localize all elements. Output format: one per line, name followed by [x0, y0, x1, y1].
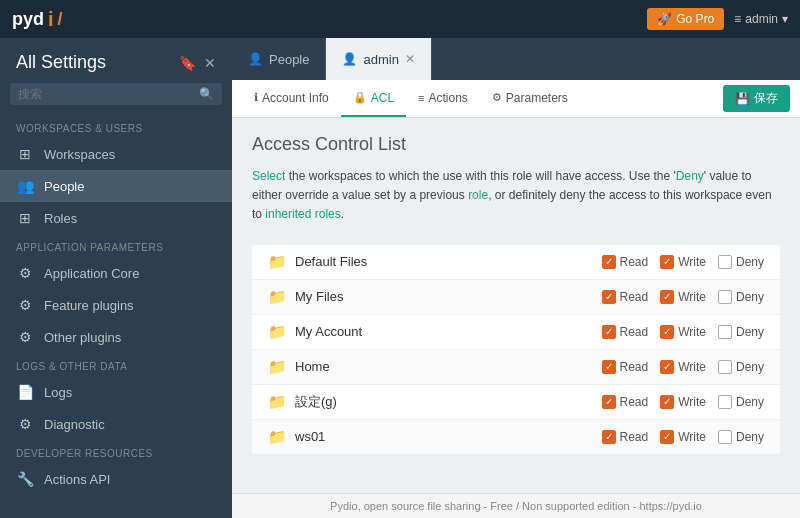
read-check-3[interactable]: Read — [602, 360, 649, 374]
acl-title: Access Control List — [252, 134, 780, 155]
acl-content: Access Control List Select the workspace… — [232, 118, 800, 493]
sidebar-title: All Settings 🔖 ✕ — [0, 38, 232, 83]
logo: pydi/ — [12, 8, 63, 31]
folder-icon: 📁 — [268, 323, 287, 341]
table-row: 📁 My Files Read Write Deny — [252, 280, 780, 315]
save-button[interactable]: 💾 保存 — [723, 85, 790, 112]
close-icon[interactable]: ✕ — [204, 55, 216, 71]
deny-check-1[interactable]: Deny — [718, 290, 764, 304]
info-icon: ℹ — [254, 91, 258, 104]
subtab-acl[interactable]: 🔒 ACL — [341, 80, 406, 117]
table-row: 📁 My Account Read Write Deny — [252, 315, 780, 350]
sidebar-item-roles[interactable]: ⊞ Roles — [0, 202, 232, 234]
sidebar-item-actions-api[interactable]: 🔧 Actions API — [0, 463, 232, 495]
logs-icon: 📄 — [16, 384, 34, 400]
bookmark-icon[interactable]: 🔖 — [179, 55, 196, 71]
people-tab-icon: 👤 — [248, 52, 263, 66]
deny-check-5[interactable]: Deny — [718, 430, 764, 444]
table-row: 📁 Home Read Write Deny — [252, 350, 780, 385]
roles-icon: ⊞ — [16, 210, 34, 226]
read-check-4[interactable]: Read — [602, 395, 649, 409]
main-content: 👤 People 👤 admin ✕ ℹ Account Info 🔒 ACL … — [232, 38, 800, 518]
sidebar-item-other-plugins[interactable]: ⚙ Other plugins — [0, 321, 232, 353]
folder-icon: 📁 — [268, 288, 287, 306]
read-check-5[interactable]: Read — [602, 430, 649, 444]
folder-icon: 📁 — [268, 393, 287, 411]
deny-check-4[interactable]: Deny — [718, 395, 764, 409]
menu-icon: ≡ — [734, 12, 741, 26]
grid-icon: ⊞ — [16, 146, 34, 162]
read-check-2[interactable]: Read — [602, 325, 649, 339]
table-row: 📁 設定(g) Read Write Deny — [252, 385, 780, 420]
read-check-0[interactable]: Read — [602, 255, 649, 269]
section-label-dev: DEVELOPER RESOURCES — [0, 440, 232, 463]
diagnostic-icon: ⚙ — [16, 416, 34, 432]
write-check-1[interactable]: Write — [660, 290, 706, 304]
write-check-4[interactable]: Write — [660, 395, 706, 409]
search-input[interactable] — [18, 87, 199, 101]
wrench-icon: 🔧 — [16, 471, 34, 487]
sidebar-item-diagnostic[interactable]: ⚙ Diagnostic — [0, 408, 232, 440]
save-icon: 💾 — [735, 92, 750, 106]
deny-check-0[interactable]: Deny — [718, 255, 764, 269]
subtab-actions[interactable]: ≡ Actions — [406, 80, 480, 117]
tabs-bar: 👤 People 👤 admin ✕ — [232, 38, 800, 80]
sidebar-item-workspaces[interactable]: ⊞ Workspaces — [0, 138, 232, 170]
tab-people[interactable]: 👤 People — [232, 38, 326, 80]
table-row: 📁 ws01 Read Write Deny — [252, 420, 780, 454]
deny-check-2[interactable]: Deny — [718, 325, 764, 339]
tab-close-icon[interactable]: ✕ — [405, 52, 415, 66]
section-label-app-params: APPLICATION PARAMETERS — [0, 234, 232, 257]
sidebar-item-feature-plugins[interactable]: ⚙ Feature plugins — [0, 289, 232, 321]
people-icon: 👥 — [16, 178, 34, 194]
folder-icon: 📁 — [268, 253, 287, 271]
tab-admin[interactable]: 👤 admin ✕ — [326, 38, 431, 80]
subtab-parameters[interactable]: ⚙ Parameters — [480, 80, 580, 117]
subtabs-bar: ℹ Account Info 🔒 ACL ≡ Actions ⚙ Paramet… — [232, 80, 800, 118]
layout: All Settings 🔖 ✕ 🔍 WORKSPACES & USERS ⊞ … — [0, 38, 800, 518]
table-row: 📁 Default Files Read Write Deny — [252, 245, 780, 280]
lock-icon: 🔒 — [353, 91, 367, 104]
folder-icon: 📁 — [268, 428, 287, 446]
write-check-3[interactable]: Write — [660, 360, 706, 374]
acl-description: Select the workspaces to which the use w… — [252, 167, 780, 225]
write-check-2[interactable]: Write — [660, 325, 706, 339]
read-check-1[interactable]: Read — [602, 290, 649, 304]
section-label-logs: LOGS & OTHER DATA — [0, 353, 232, 376]
search-container: 🔍 — [10, 83, 222, 105]
sidebar-item-logs[interactable]: 📄 Logs — [0, 376, 232, 408]
rocket-icon: 🚀 — [657, 12, 672, 26]
go-pro-button[interactable]: 🚀 Go Pro — [647, 8, 724, 30]
topbar: pydi/ 🚀 Go Pro ≡ admin ▾ — [0, 0, 800, 38]
write-check-0[interactable]: Write — [660, 255, 706, 269]
gear-icon: ⚙ — [16, 265, 34, 281]
acl-table: 📁 Default Files Read Write Deny 📁 My Fil… — [252, 245, 780, 454]
gear-icon-3: ⚙ — [16, 329, 34, 345]
admin-tab-icon: 👤 — [342, 52, 357, 66]
section-label-workspaces: WORKSPACES & USERS — [0, 115, 232, 138]
gear-icon-2: ⚙ — [16, 297, 34, 313]
sidebar-item-app-core[interactable]: ⚙ Application Core — [0, 257, 232, 289]
subtab-account-info[interactable]: ℹ Account Info — [242, 80, 341, 117]
search-icon: 🔍 — [199, 87, 214, 101]
write-check-5[interactable]: Write — [660, 430, 706, 444]
sidebar-item-people[interactable]: 👥 People — [0, 170, 232, 202]
admin-menu[interactable]: ≡ admin ▾ — [734, 12, 788, 26]
actions-icon: ≡ — [418, 92, 424, 104]
footer: Pydio, open source file sharing - Free /… — [232, 493, 800, 518]
parameters-icon: ⚙ — [492, 91, 502, 104]
deny-check-3[interactable]: Deny — [718, 360, 764, 374]
chevron-down-icon: ▾ — [782, 12, 788, 26]
sidebar: All Settings 🔖 ✕ 🔍 WORKSPACES & USERS ⊞ … — [0, 38, 232, 518]
folder-icon: 📁 — [268, 358, 287, 376]
